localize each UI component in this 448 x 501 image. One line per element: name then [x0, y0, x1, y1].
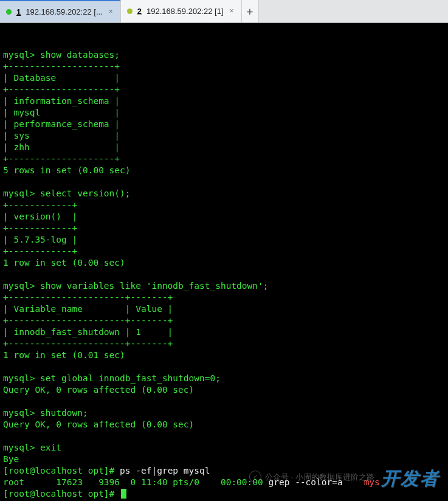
terminal-line: +------------+: [3, 223, 77, 233]
tab-label: 192.168.59.202:22 [...: [26, 6, 103, 18]
status-dot-icon: [6, 9, 12, 15]
close-icon[interactable]: ×: [108, 6, 114, 18]
shell-prompt: [root@localhost opt]#: [3, 466, 120, 475]
terminal-line: +--------------------+: [3, 154, 120, 164]
terminal-line: +----------------------+-------+: [3, 339, 173, 348]
terminal-line: | 5.7.35-log |: [3, 235, 77, 244]
close-icon[interactable]: ×: [229, 5, 235, 17]
terminal-line: mysql> select version();: [3, 188, 131, 198]
tab-label: 192.168.59.202:22 [1]: [146, 5, 224, 17]
terminal-line: | Database |: [3, 73, 120, 83]
terminal-line: mysql> shutdown;: [3, 408, 88, 418]
terminal-line: | zhh |: [3, 142, 120, 152]
watermark-brand: 开发者: [381, 472, 439, 484]
shell-prompt: [root@localhost opt]#: [3, 489, 120, 499]
new-tab-button[interactable]: +: [242, 0, 259, 22]
terminal-line: +----------------------+-------+: [3, 316, 173, 325]
terminal-line: | sys |: [3, 131, 120, 140]
terminal-line: | version() |: [3, 212, 77, 221]
status-dot-icon: [127, 9, 133, 14]
terminal-line: | Variable_name | Value |: [3, 304, 173, 314]
terminal-line: mysql> exit: [3, 443, 61, 452]
watermark-source: ✓ 公众号 · 小周的数据库进阶之路: [249, 471, 374, 483]
terminal-line: mysql> set global innodb_fast_shutdown=0…: [3, 373, 221, 383]
tab-active[interactable]: 1 192.168.59.202:22 [... ×: [0, 0, 120, 22]
terminal-line: 5 rows in set (0.00 sec): [3, 165, 131, 175]
terminal-line: +--------------------+: [3, 61, 120, 71]
terminal-line: | performance_schema |: [3, 119, 120, 129]
terminal-line: Bye: [3, 454, 19, 464]
tab-number: 2: [137, 5, 142, 17]
terminal-line: +------------+: [3, 200, 77, 210]
terminal-line: +--------------------+: [3, 85, 120, 94]
cursor-icon: [121, 489, 126, 499]
terminal-line: | innodb_fast_shutdown | 1 |: [3, 327, 173, 337]
terminal-line: Query OK, 0 rows affected (0.00 sec): [3, 420, 194, 429]
terminal-output[interactable]: mysql> show databases; +----------------…: [0, 23, 448, 501]
terminal-line: | mysql |: [3, 108, 120, 117]
terminal-line: 1 row in set (0.01 sec): [3, 350, 125, 360]
terminal-line: Query OK, 0 rows affected (0.00 sec): [3, 385, 194, 395]
tab-inactive[interactable]: 2 192.168.59.202:22 [1] ×: [120, 0, 242, 22]
watermark-text: 公众号 · 小周的数据库进阶之路: [265, 471, 374, 483]
terminal-line: +------------+: [3, 246, 77, 256]
tab-bar: 1 192.168.59.202:22 [... × 2 192.168.59.…: [0, 0, 448, 23]
terminal-line: 1 row in set (0.00 sec): [3, 258, 125, 268]
terminal-line: +----------------------+-------+: [3, 292, 173, 302]
terminal-line: mysql> show databases;: [3, 50, 120, 60]
tab-number: 1: [16, 6, 21, 18]
terminal-line: root 17623 9396 0 11:40 pts/0 00:00:00: [3, 477, 269, 487]
terminal-line: mysql> show variables like 'innodb_fast_…: [3, 281, 269, 291]
shell-command: ps -ef|grep mysql: [120, 466, 210, 475]
terminal-line: | information_schema |: [3, 96, 120, 106]
wechat-icon: ✓: [249, 471, 261, 483]
